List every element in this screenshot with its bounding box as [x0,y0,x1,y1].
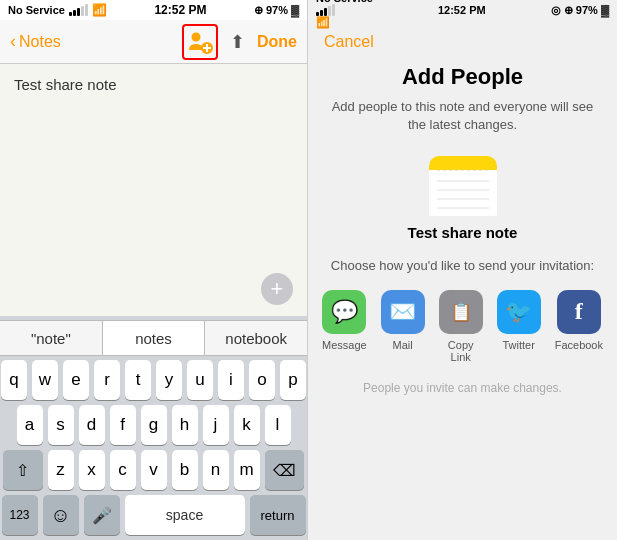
key-n[interactable]: n [203,450,229,490]
chevron-left-icon: ‹ [10,31,16,52]
right-bluetooth-icon: ⊕ [564,4,573,16]
key-v[interactable]: v [141,450,167,490]
bluetooth-icon: ⊕ [254,4,263,17]
suggestion-note[interactable]: "note" [0,321,103,355]
num-key[interactable]: 123 [2,495,38,535]
notes-app-icon [425,148,501,224]
add-people-title: Add People [402,64,523,90]
key-x[interactable]: x [79,450,105,490]
key-a[interactable]: a [17,405,43,445]
key-d[interactable]: d [79,405,105,445]
plus-icon: + [271,276,284,302]
svg-point-0 [192,32,201,41]
keyboard: "note" notes notebook q w e r t y u i o [0,316,307,540]
return-key[interactable]: return [250,495,306,535]
right-content: Add People Add people to this note and e… [308,64,617,540]
key-t[interactable]: t [125,360,151,400]
right-right-status: ◎ ⊕ 97% ▓ [551,4,609,17]
emoji-key[interactable]: ☺ [43,495,79,535]
carrier-text: No Service [8,4,65,16]
keyboard-rows: q w e r t y u i o p a s d f g h j k [0,356,307,535]
key-i[interactable]: i [218,360,244,400]
key-l[interactable]: l [265,405,291,445]
done-button[interactable]: Done [257,33,297,51]
note-text: Test share note [14,76,117,93]
share-options: 💬 Message ✉️ Mail 📋 Copy Link 🐦 [322,290,603,363]
key-m[interactable]: m [234,450,260,490]
note-content: Test share note [0,64,307,316]
message-icon: 💬 [322,290,366,334]
right-carrier-text: No Service [316,0,373,4]
key-j[interactable]: j [203,405,229,445]
right-status-bar: No Service 📶 12:52 PM ◎ ⊕ 97% ▓ [308,0,617,20]
share-option-mail[interactable]: ✉️ Mail [381,290,425,351]
key-u[interactable]: u [187,360,213,400]
battery-level: 97% [266,4,288,16]
key-e[interactable]: e [63,360,89,400]
add-people-icon [186,28,214,56]
left-status-bar: No Service 📶 12:52 PM ⊕ 97% ▓ [0,0,307,20]
share-option-message[interactable]: 💬 Message [322,290,367,351]
facebook-icon: f [557,290,601,334]
twitter-label: Twitter [502,339,534,351]
nav-actions: ⬆ Done [182,24,297,60]
left-right-status: ⊕ 97% ▓ [254,4,299,17]
mic-key[interactable]: 🎤 [84,495,120,535]
right-signal-bars [316,4,373,16]
key-k[interactable]: k [234,405,260,445]
carrier-info: No Service 📶 [8,3,107,17]
share-option-facebook[interactable]: f Facebook [555,290,603,351]
share-icon[interactable]: ⬆ [230,31,245,53]
key-q[interactable]: q [1,360,27,400]
choose-how-label: Choose how you'd like to send your invit… [331,257,594,275]
delete-key[interactable]: ⌫ [265,450,305,490]
right-location-icon: ◎ [551,4,561,16]
left-time: 12:52 PM [154,3,206,17]
keyboard-suggestions: "note" notes notebook [0,320,307,356]
key-b[interactable]: b [172,450,198,490]
share-option-copylink[interactable]: 📋 Copy Link [439,290,483,363]
key-s[interactable]: s [48,405,74,445]
right-battery-icon: ▓ [601,4,609,16]
signal-bars [69,4,88,16]
add-people-description: Add people to this note and everyone wil… [328,98,597,134]
key-row-2: a s d f g h j k l [3,405,304,445]
back-button[interactable]: ‹ Notes [10,31,61,52]
key-f[interactable]: f [110,405,136,445]
suggestion-notebook[interactable]: notebook [205,321,307,355]
wifi-icon: 📶 [92,3,107,17]
share-option-twitter[interactable]: 🐦 Twitter [497,290,541,351]
key-g[interactable]: g [141,405,167,445]
left-panel: No Service 📶 12:52 PM ⊕ 97% ▓ ‹ Notes [0,0,308,540]
right-battery-level: 97% [576,4,598,16]
space-key[interactable]: space [125,495,245,535]
mail-label: Mail [393,339,413,351]
right-time: 12:52 PM [438,4,486,16]
back-label: Notes [19,33,61,51]
battery-icon: ▓ [291,4,299,16]
right-nav-bar: Cancel [308,20,617,64]
shift-key[interactable]: ⇧ [3,450,43,490]
key-p[interactable]: p [280,360,306,400]
invite-note: People you invite can make changes. [363,381,562,395]
key-row-1: q w e r t y u i o p [3,360,304,400]
key-c[interactable]: c [110,450,136,490]
note-title-preview: Test share note [408,224,518,241]
right-panel: No Service 📶 12:52 PM ◎ ⊕ 97% ▓ Cancel A… [308,0,617,540]
copylink-icon: 📋 [439,290,483,334]
key-z[interactable]: z [48,450,74,490]
copylink-label: Copy Link [439,339,483,363]
key-r[interactable]: r [94,360,120,400]
cancel-button[interactable]: Cancel [324,33,374,51]
message-label: Message [322,339,367,351]
key-w[interactable]: w [32,360,58,400]
fab-button[interactable]: + [261,273,293,305]
key-y[interactable]: y [156,360,182,400]
suggestion-notes[interactable]: notes [103,321,206,355]
left-nav-bar: ‹ Notes ⬆ Done [0,20,307,64]
add-people-button[interactable] [182,24,218,60]
key-o[interactable]: o [249,360,275,400]
key-row-4: 123 ☺ 🎤 space return [3,495,304,535]
key-h[interactable]: h [172,405,198,445]
key-row-3: ⇧ z x c v b n m ⌫ [3,450,304,490]
